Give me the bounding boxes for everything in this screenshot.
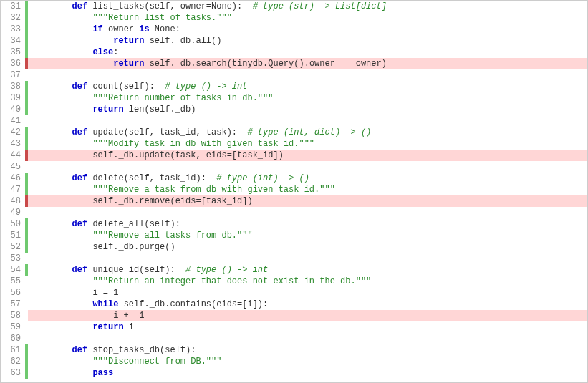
code-line[interactable]: 55 """Return an integer that does not ex… [1, 276, 587, 287]
line-number: 41 [1, 115, 25, 127]
code-line[interactable]: 51 """Remove all tasks from db.""" [1, 230, 587, 241]
code-line[interactable]: 35 else: [1, 47, 587, 58]
code-line[interactable]: 33 if owner is None: [1, 24, 587, 35]
code-line[interactable]: 60 [1, 333, 587, 344]
code-token: self._db.purge() [31, 242, 175, 252]
code-token [31, 1, 72, 11]
code-token [31, 139, 92, 149]
code-content[interactable]: return len(self._db) [28, 104, 587, 115]
code-token: None: [150, 24, 180, 34]
code-content[interactable]: """Return list of tasks.""" [28, 12, 587, 24]
code-token: # type (str) -> List[dict] [253, 1, 387, 11]
code-line[interactable]: 63 pass [1, 367, 587, 379]
code-line[interactable]: 38 def count(self): # type () -> int [1, 81, 587, 92]
line-number: 62 [1, 356, 25, 367]
code-content[interactable]: def stop_tasks_db(self): [28, 344, 587, 356]
code-content[interactable]: """Return number of tasks in db.""" [28, 92, 587, 104]
line-number: 44 [1, 150, 25, 161]
line-number: 45 [1, 161, 25, 173]
code-content[interactable]: pass [28, 367, 587, 379]
code-line[interactable]: 31 def list_tasks(self, owner=None): # t… [1, 1, 587, 12]
code-content[interactable]: def unique_id(self): # type () -> int [28, 264, 587, 276]
code-line[interactable]: 56 i = 1 [1, 287, 587, 299]
code-line[interactable]: 61 def stop_tasks_db(self): [1, 344, 587, 356]
code-line[interactable]: 34 return self._db.all() [1, 35, 587, 47]
code-line[interactable]: 39 """Return number of tasks in db.""" [1, 92, 587, 104]
code-line[interactable]: 46 def delete(self, task_id): # type (in… [1, 173, 587, 184]
code-content[interactable]: def count(self): # type () -> int [28, 81, 587, 92]
code-line[interactable]: 47 """Remove a task from db with given t… [1, 184, 587, 195]
code-content[interactable]: while self._db.contains(eids=[i]): [28, 299, 587, 310]
line-number: 57 [1, 299, 25, 310]
code-line[interactable]: 58 i += 1 [1, 310, 587, 321]
code-line[interactable]: 43 """Modify task in db with given task_… [1, 138, 587, 150]
line-number: 59 [1, 321, 25, 333]
code-line[interactable]: 62 """Disconnect from DB.""" [1, 356, 587, 367]
code-token: delete_all(self): [87, 219, 180, 229]
code-line[interactable]: 45 [1, 161, 587, 173]
code-editor[interactable]: 31 def list_tasks(self, owner=None): # t… [0, 0, 588, 383]
code-token: self._db.update(task, eids=[task_id]) [31, 150, 284, 160]
code-line[interactable]: 59 return i [1, 321, 587, 333]
code-line[interactable]: 42 def update(self, task_id, task): # ty… [1, 127, 587, 138]
code-token: self._db.remove(eids=[task_id]) [31, 196, 253, 206]
code-content[interactable]: return self._db.all() [28, 35, 587, 47]
code-token [31, 105, 92, 115]
code-content[interactable]: """Remove all tasks from db.""" [28, 230, 587, 241]
line-number: 36 [1, 58, 25, 69]
code-content[interactable]: def update(self, task_id, task): # type … [28, 127, 587, 138]
code-token: """Remove a task from db with given task… [92, 185, 334, 195]
code-line[interactable]: 57 while self._db.contains(eids=[i]): [1, 299, 587, 310]
code-content[interactable]: i += 1 [28, 310, 587, 321]
code-token [31, 13, 92, 23]
code-content[interactable]: """Remove a task from db with given task… [28, 184, 587, 195]
code-token: def [72, 1, 88, 11]
code-line[interactable]: 53 [1, 253, 587, 264]
code-token: : [113, 47, 118, 57]
code-content[interactable]: self._db.purge() [28, 241, 587, 253]
code-content[interactable]: def delete(self, task_id): # type (int) … [28, 173, 587, 184]
code-line[interactable]: 36 return self._db.search(tinydb.Query()… [1, 58, 587, 69]
code-token: """Remove all tasks from db.""" [92, 231, 252, 241]
code-content[interactable]: """Disconnect from DB.""" [28, 356, 587, 367]
code-line[interactable]: 37 [1, 69, 587, 81]
code-content[interactable] [28, 161, 587, 173]
code-content[interactable] [28, 115, 587, 127]
code-line[interactable]: 49 [1, 207, 587, 218]
code-content[interactable]: return self._db.search(tinydb.Query().ow… [28, 58, 587, 69]
code-content[interactable]: self._db.remove(eids=[task_id]) [28, 195, 587, 207]
code-line[interactable]: 54 def unique_id(self): # type () -> int [1, 264, 587, 276]
line-number: 46 [1, 173, 25, 184]
code-content[interactable]: """Modify task in db with given task_id.… [28, 138, 587, 150]
code-content[interactable]: return i [28, 321, 587, 333]
line-number: 52 [1, 241, 25, 253]
code-content[interactable]: def list_tasks(self, owner=None): # type… [28, 1, 587, 12]
code-line[interactable]: 32 """Return list of tasks.""" [1, 12, 587, 24]
code-content[interactable]: if owner is None: [28, 24, 587, 35]
code-content[interactable]: i = 1 [28, 287, 587, 299]
code-token [31, 299, 92, 309]
code-line[interactable]: 52 self._db.purge() [1, 241, 587, 253]
code-token: """Return list of tasks.""" [92, 13, 231, 23]
code-content[interactable] [28, 253, 587, 264]
code-line[interactable]: 48 self._db.remove(eids=[task_id]) [1, 195, 587, 207]
code-line[interactable]: 41 [1, 115, 587, 127]
code-line[interactable]: 40 return len(self._db) [1, 104, 587, 115]
code-token: """Return an integer that does not exist… [92, 276, 371, 286]
code-content[interactable]: else: [28, 47, 587, 58]
code-content[interactable]: def delete_all(self): [28, 218, 587, 230]
code-token: def [72, 173, 88, 183]
code-token [31, 231, 92, 241]
code-line[interactable]: 50 def delete_all(self): [1, 218, 587, 230]
code-content[interactable] [28, 333, 587, 344]
code-line[interactable]: 44 self._db.update(task, eids=[task_id]) [1, 150, 587, 161]
code-content[interactable]: self._db.update(task, eids=[task_id]) [28, 150, 587, 161]
code-token: is [139, 24, 149, 34]
code-content[interactable] [28, 69, 587, 81]
line-number: 39 [1, 92, 25, 104]
line-number: 38 [1, 81, 25, 92]
code-content[interactable]: """Return an integer that does not exist… [28, 276, 587, 287]
code-token: delete(self, task_id): [87, 173, 216, 183]
code-token [31, 219, 72, 229]
code-content[interactable] [28, 207, 587, 218]
